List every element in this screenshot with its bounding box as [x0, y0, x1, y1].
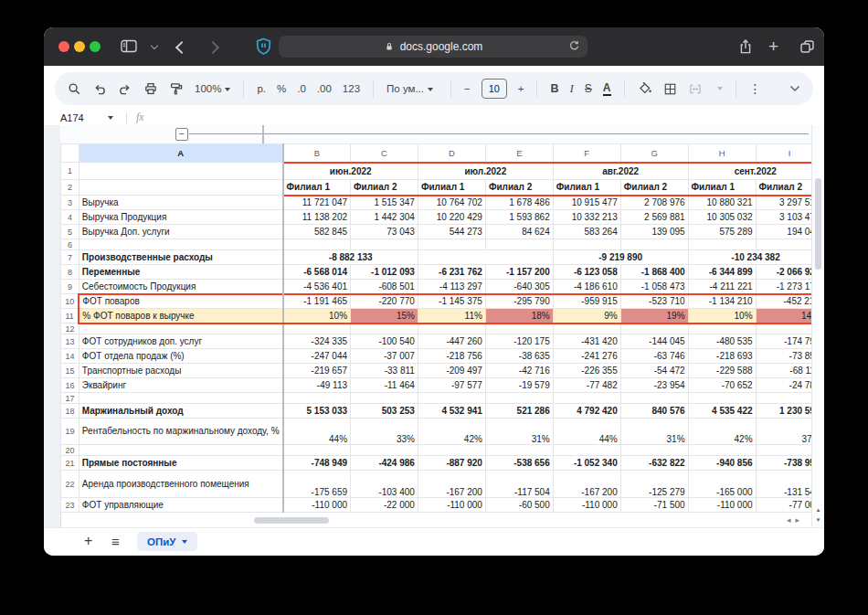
cell[interactable]: -538 656 [485, 456, 553, 471]
cell[interactable]: -4 113 297 [418, 280, 485, 294]
row-label[interactable]: Транспортные расходы [79, 364, 282, 378]
horizontal-scroll-arrows[interactable]: ◂▸ [787, 515, 804, 525]
bold-button[interactable]: B [550, 82, 558, 95]
row-header[interactable]: 5 [61, 225, 79, 239]
column-header[interactable]: H [688, 144, 756, 163]
search-icon[interactable] [68, 82, 81, 96]
column-header[interactable]: B [283, 144, 351, 163]
cell[interactable]: -125 279 [620, 471, 688, 498]
cell[interactable]: -103 400 [351, 471, 418, 498]
cell[interactable] [553, 393, 620, 404]
row-header[interactable]: 18 [61, 404, 79, 419]
more-options-button[interactable]: ⋮ [749, 81, 762, 96]
shield-extension-icon[interactable] [255, 37, 272, 56]
row-label[interactable]: Производственные расходы [79, 250, 282, 265]
row-header[interactable]: 12 [61, 323, 79, 334]
cell[interactable]: -33 811 [351, 364, 418, 378]
cell[interactable]: -77 482 [553, 378, 620, 393]
cell[interactable]: -1 868 400 [620, 265, 688, 280]
row-header[interactable]: 16 [61, 378, 79, 393]
row-label[interactable]: Маржинальный доход [79, 404, 282, 419]
cell[interactable]: 4 532 941 [418, 404, 485, 419]
sheet-tab-chevron-icon[interactable] [182, 540, 187, 544]
cell[interactable]: 10 332 213 [553, 210, 620, 225]
increase-font-size-button[interactable]: + [518, 83, 524, 94]
cell[interactable] [351, 239, 418, 250]
row-header[interactable]: 8 [61, 265, 79, 280]
column-header[interactable]: G [620, 144, 688, 163]
cell[interactable]: 840 576 [620, 404, 688, 419]
row-header[interactable]: 17 [61, 393, 79, 404]
cell[interactable]: -6 231 762 [418, 265, 485, 280]
cell[interactable] [418, 250, 553, 265]
close-window-button[interactable] [58, 41, 69, 52]
cell[interactable] [418, 323, 485, 334]
cell[interactable]: -4 211 221 [688, 280, 756, 294]
row-header[interactable]: 7 [61, 250, 79, 265]
cell[interactable] [418, 393, 485, 404]
cell[interactable]: 18% [485, 309, 553, 323]
row-label[interactable]: ФОТ сотрудников доп. услуг [79, 334, 282, 349]
cell[interactable]: 521 286 [485, 404, 553, 419]
cell[interactable] [351, 445, 418, 456]
percent-format-button[interactable]: % [277, 83, 286, 94]
cell[interactable]: -100 540 [351, 334, 418, 349]
cell[interactable]: -175 659 [283, 471, 351, 498]
cell[interactable]: -8 882 133 [283, 250, 418, 265]
text-color-button[interactable]: A [603, 82, 611, 96]
branch-header[interactable]: Филиал 1 [283, 180, 351, 196]
row-header[interactable]: 14 [61, 349, 79, 364]
undo-icon[interactable] [92, 82, 107, 96]
address-bar[interactable]: docs.google.com [279, 36, 587, 58]
cell[interactable]: -71 500 [620, 498, 688, 513]
row-header[interactable]: 15 [61, 364, 79, 378]
branch-header[interactable]: Филиал 1 [418, 180, 485, 196]
cell[interactable]: -220 770 [351, 294, 418, 309]
currency-format-button[interactable]: р. [257, 83, 266, 94]
cell[interactable]: -22 000 [351, 498, 418, 513]
cell[interactable]: -165 000 [688, 471, 756, 498]
cell[interactable]: -324 335 [283, 334, 351, 349]
cell[interactable]: 9% [553, 309, 620, 323]
cell[interactable]: -23 954 [620, 378, 688, 393]
italic-button[interactable]: I [570, 81, 574, 96]
all-sheets-menu-button[interactable]: ≡ [111, 534, 120, 549]
column-header[interactable]: F [553, 144, 620, 163]
cell[interactable] [283, 445, 351, 456]
cell[interactable]: 10 915 477 [553, 196, 620, 210]
month-header[interactable]: июл.2022 [418, 163, 553, 180]
cell[interactable]: -117 504 [485, 471, 553, 498]
cell[interactable]: -1 012 093 [351, 265, 418, 280]
cell[interactable]: 31% [620, 419, 688, 445]
row-label[interactable]: Аренда производственного помещения [79, 471, 282, 498]
cell[interactable] [485, 323, 553, 334]
back-button[interactable] [175, 41, 188, 54]
row-label[interactable]: Переменные [79, 265, 282, 280]
cell[interactable]: -97 577 [418, 378, 485, 393]
cell[interactable] [620, 393, 688, 404]
sheet-tab-active[interactable]: ОПиУ [137, 532, 197, 551]
cell[interactable]: 11 138 202 [283, 210, 351, 225]
forward-button[interactable] [206, 41, 219, 54]
cell[interactable]: -144 045 [620, 334, 688, 349]
cell[interactable]: 2 708 976 [620, 196, 688, 210]
paint-format-icon[interactable] [169, 81, 184, 96]
cell[interactable]: -1 191 465 [283, 294, 351, 309]
cell[interactable]: -447 260 [418, 334, 485, 349]
cell[interactable]: -38 635 [485, 349, 553, 364]
row-header[interactable]: 10 [61, 294, 79, 309]
cell[interactable]: 1 678 486 [485, 196, 553, 210]
cell[interactable]: -1 157 200 [485, 265, 553, 280]
row-header[interactable]: 4 [61, 210, 79, 225]
decrease-font-size-button[interactable]: − [464, 83, 471, 94]
fill-color-icon[interactable] [638, 81, 652, 96]
row-header[interactable]: 23 [61, 498, 79, 513]
cell[interactable]: 73 043 [351, 225, 418, 239]
cell[interactable] [283, 323, 351, 334]
row-header[interactable]: 19 [61, 419, 79, 445]
cell[interactable]: -480 535 [688, 334, 756, 349]
cell[interactable]: -247 044 [283, 349, 351, 364]
cell[interactable] [79, 180, 282, 196]
cell[interactable]: -110 000 [688, 498, 756, 513]
add-sheet-button[interactable]: + [84, 533, 92, 549]
